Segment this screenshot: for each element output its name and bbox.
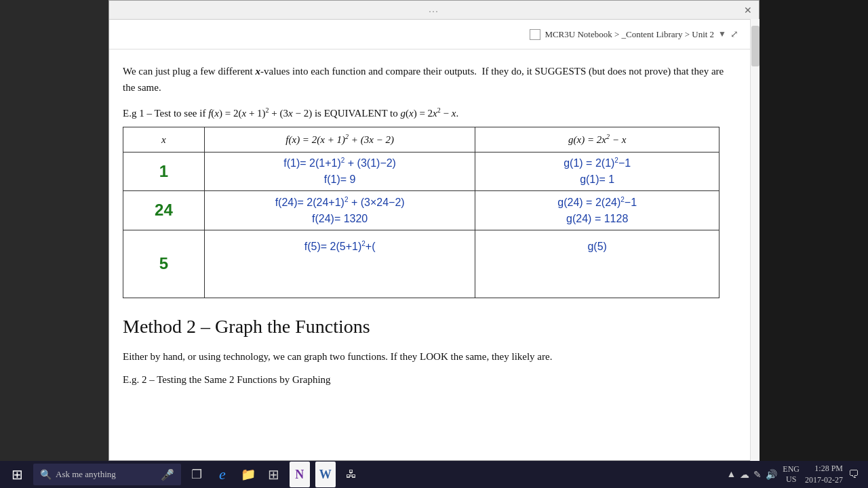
method2-title: Method 2 – Graph the Functions <box>123 312 738 342</box>
left-panel <box>0 0 108 461</box>
breadcrumb[interactable]: MCR3U Notebook > _Content Library > Unit… <box>530 28 738 40</box>
network-icon[interactable]: 🖧 <box>341 462 361 487</box>
table-cell-gx3: g(5) <box>475 230 719 298</box>
tray-icon-2: ☁ <box>740 469 749 481</box>
tray-icon-4: 🔊 <box>766 469 777 481</box>
table-cell-x2: 24 <box>123 191 205 230</box>
table-row: 24 f(24)= 2(24+1)2 + (3×24−2)f(24)= 1320… <box>123 191 719 230</box>
method2-desc: Either by hand, or using technology, we … <box>123 348 738 365</box>
intro-text: We can just plug a few different x-value… <box>123 63 738 96</box>
task-view-button[interactable]: ❐ <box>186 462 207 487</box>
clock-date: 2017-02-27 <box>805 474 843 486</box>
table-header-gx: g(x) = 2x2 − x <box>475 127 719 152</box>
breadcrumb-text: MCR3U Notebook > _Content Library > Unit… <box>545 29 714 40</box>
tray-icon-1: ▲ <box>726 469 736 480</box>
onenote-icon[interactable]: N <box>290 462 310 487</box>
start-button[interactable]: ⊞ <box>3 462 31 487</box>
language-indicator[interactable]: ENGUS <box>783 464 800 485</box>
table-cell-fx3: f(5)= 2(5+1)2+( <box>204 230 475 298</box>
search-text: Ask me anything <box>56 469 116 480</box>
window-titlebar: ... ✕ <box>109 1 759 20</box>
breadcrumb-checkbox[interactable] <box>530 29 540 40</box>
mic-icon[interactable]: 🎤 <box>161 468 174 481</box>
table-header-fx: f(x) = 2(x + 1)2 + (3x − 2) <box>204 127 475 152</box>
calculator-icon[interactable]: ⊞ <box>264 462 284 487</box>
window-dots: ... <box>429 5 439 15</box>
close-button[interactable]: ✕ <box>744 5 752 16</box>
top-bar: MCR3U Notebook > _Content Library > Unit… <box>109 20 759 49</box>
scroll-thumb-vertical[interactable] <box>751 26 760 66</box>
main-window: ... ✕ MCR3U Notebook > _Content Library … <box>108 0 760 461</box>
taskbar: ⊞ 🔍 Ask me anything 🎤 ❐ e 📁 ⊞ N W 🖧 ▲ ☁ … <box>0 461 868 488</box>
system-tray: ▲ ☁ ✎ 🔊 <box>726 469 777 481</box>
edge-browser-icon[interactable]: e <box>212 462 233 487</box>
table-header-x: x <box>123 127 205 152</box>
taskbar-right: ▲ ☁ ✎ 🔊 ENGUS 1:28 PM 2017-02-27 🗨 <box>726 463 865 486</box>
example1-title: E.g 1 – Test to see if f(x) = 2(x + 1)2 … <box>123 105 738 121</box>
breadcrumb-dropdown-arrow[interactable]: ▼ <box>718 29 726 39</box>
search-icon: 🔍 <box>40 469 52 481</box>
folder-icon[interactable]: 📁 <box>238 462 258 487</box>
taskbar-icons: ❐ e 📁 ⊞ N W 🖧 <box>186 462 361 487</box>
table-cell-fx2: f(24)= 2(24+1)2 + (3×24−2)f(24)= 1320 <box>204 191 475 230</box>
math-table: x f(x) = 2(x + 1)2 + (3x − 2) g(x) = 2x2… <box>123 127 719 298</box>
table-cell-fx1: f(1)= 2(1+1)2 + (3(1)−2)f(1)= 9 <box>204 152 475 191</box>
table-cell-gx2: g(24) = 2(24)2−1g(24) = 1128 <box>475 191 719 230</box>
clock: 1:28 PM 2017-02-27 <box>805 463 843 486</box>
notification-button[interactable]: 🗨 <box>848 468 859 481</box>
word-icon[interactable]: W <box>315 462 336 487</box>
table-cell-gx1: g(1) = 2(1)2−1g(1)= 1 <box>475 152 719 191</box>
search-bar[interactable]: 🔍 Ask me anything 🎤 <box>33 464 181 485</box>
table-row: 5 f(5)= 2(5+1)2+( g(5) <box>123 230 719 298</box>
tray-icon-3: ✎ <box>753 469 762 481</box>
table-cell-x1: 1 <box>123 152 205 191</box>
breadcrumb-expand-icon[interactable]: ⤢ <box>730 28 738 40</box>
table-cell-x3: 5 <box>123 230 205 298</box>
content-area: We can just plug a few different x-value… <box>109 49 759 460</box>
table-row: 1 f(1)= 2(1+1)2 + (3(1)−2)f(1)= 9 g(1) =… <box>123 152 719 191</box>
vertical-scrollbar[interactable] <box>750 19 760 461</box>
clock-time: 1:28 PM <box>805 463 843 474</box>
example2-title: E.g. 2 – Testing the Same 2 Functions by… <box>123 371 738 388</box>
